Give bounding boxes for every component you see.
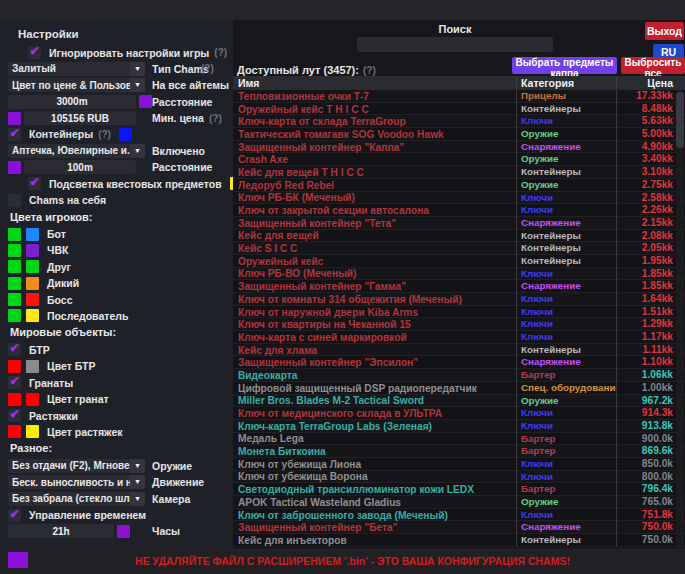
table-row[interactable]: Miller Bros. Blades M-2 Tactical SwordОр… xyxy=(233,395,685,408)
table-row[interactable]: Защищенный контейнер "Бета"Снаряжение750… xyxy=(233,521,685,534)
checkbox-checked[interactable]: ✔ xyxy=(8,128,21,141)
column-header-name[interactable]: Имя xyxy=(233,77,516,89)
checkbox-checked[interactable]: ✔ xyxy=(28,46,41,59)
table-row[interactable]: Ледоруб Red RebelОружие2.75kk xyxy=(233,179,685,192)
search-input[interactable] xyxy=(357,37,553,52)
table-row[interactable]: Защищенный контейнер "Тета"Снаряжение2.1… xyxy=(233,217,685,230)
table-row[interactable]: Тепловизионные очки Т-7Прицелы17.33kk xyxy=(233,90,685,103)
color-swatch-primary[interactable] xyxy=(8,293,21,306)
table-row[interactable]: Ключ РБ-ВО (Меченый)Ключи1.85kk xyxy=(233,268,685,281)
table-row[interactable]: Защищенный контейнер "Гамма"Снаряжение1.… xyxy=(233,280,685,293)
checkbox-checked[interactable]: ✔ xyxy=(8,343,21,356)
checkbox-checked[interactable]: ✔ xyxy=(8,376,21,389)
value-input[interactable]: 100m xyxy=(24,160,136,174)
table-row[interactable]: Оружейный кейс T H I C CКонтейнеры8.48kk xyxy=(233,103,685,116)
loot-category-cell: Контейнеры xyxy=(516,242,616,255)
table-row[interactable]: Crash AxeОружие3.40kk xyxy=(233,153,685,166)
color-swatch[interactable] xyxy=(8,161,21,174)
checkbox[interactable] xyxy=(8,194,21,207)
table-row[interactable]: Монета БиткоинаБартер869.6k xyxy=(233,445,685,458)
dropdown[interactable]: Без отдачи (F2), Мгновенное п▼ xyxy=(8,459,145,473)
settings-panel: Настройки ✔Игнорировать настройки игры(?… xyxy=(0,20,233,548)
table-row[interactable]: Ключ от наружной двери Kiba ArmsКлючи1.5… xyxy=(233,306,685,319)
color-swatch[interactable] xyxy=(139,95,152,108)
color-swatch-secondary[interactable] xyxy=(26,277,39,290)
table-scrollbar[interactable] xyxy=(676,90,684,548)
color-swatch-primary[interactable] xyxy=(8,260,21,273)
color-swatch-secondary[interactable] xyxy=(26,425,39,438)
color-swatch-primary[interactable] xyxy=(8,425,21,438)
dropdown[interactable]: Цвет по цене & Пользователь▼ xyxy=(8,78,145,92)
value-input[interactable]: 21h xyxy=(8,524,114,538)
table-row[interactable]: Ключ от медицинского склада в УЛЬТРАКлюч… xyxy=(233,407,685,420)
checkbox-checked[interactable]: ✔ xyxy=(28,177,41,190)
table-row[interactable]: Ключ от закрытой секции автосалонаКлючи2… xyxy=(233,204,685,217)
table-row[interactable]: Ключ от квартиры на Чеканной 15Ключи1.29… xyxy=(233,318,685,331)
table-row[interactable]: Тактический томагавк SOG Voodoo HawkОруж… xyxy=(233,128,685,141)
help-icon: (?) xyxy=(98,129,111,140)
value-input[interactable]: 105156 RUB xyxy=(24,111,136,125)
color-swatch-secondary[interactable] xyxy=(26,260,39,273)
table-row[interactable]: Медаль LegaБартер900.0k xyxy=(233,433,685,446)
column-header-category[interactable]: Категория xyxy=(516,77,616,89)
table-row[interactable]: Кейс для вещейКонтейнеры2.08kk xyxy=(233,230,685,243)
checkbox-checked[interactable]: ✔ xyxy=(8,509,21,522)
color-swatch-primary[interactable] xyxy=(8,244,21,257)
table-row[interactable]: Ключ от убежища ВоронаКлючи800.0k xyxy=(233,471,685,484)
color-swatch-primary[interactable] xyxy=(8,228,21,241)
table-row[interactable]: Ключ-карта от склада TerraGroupКлючи5.63… xyxy=(233,115,685,128)
discard-all-button[interactable]: Выбросить все xyxy=(621,57,685,74)
input-row: 100mРасстояние xyxy=(8,161,233,174)
dropdown-value: Без отдачи (F2), Мгновенное п xyxy=(8,460,130,471)
color-swatch-secondary[interactable] xyxy=(26,293,39,306)
color-swatch-primary[interactable] xyxy=(8,309,21,322)
table-row[interactable]: Кейс для хламаКонтейнеры1.11kk xyxy=(233,344,685,357)
loot-price-cell: 1.10kk xyxy=(616,356,685,369)
table-row[interactable]: Кейс S I C CКонтейнеры2.05kk xyxy=(233,242,685,255)
loot-price-cell: 3.10kk xyxy=(616,166,685,179)
loot-name-cell: Тепловизионные очки Т-7 xyxy=(233,91,516,102)
exit-button[interactable]: Выход xyxy=(645,22,684,40)
table-row[interactable]: Кейс для вещей T H I C CКонтейнеры3.10kk xyxy=(233,166,685,179)
color-swatch[interactable] xyxy=(8,112,21,125)
column-header-price[interactable]: Цена xyxy=(616,77,685,89)
dropdown[interactable]: Аптечка, Ювелирные и...▼ xyxy=(8,144,145,158)
color-swatch-secondary[interactable] xyxy=(26,360,39,373)
checkbox-checked[interactable]: ✔ xyxy=(8,409,21,422)
color-swatch-secondary[interactable] xyxy=(26,309,39,322)
table-row[interactable]: APOK Tactical Wasteland GladiusОружие765… xyxy=(233,496,685,509)
colors2-row: Цвет гранат xyxy=(8,393,233,406)
scrollbar-thumb[interactable] xyxy=(676,92,684,148)
table-row[interactable]: Ключ от убежища ЛионаКлючи850.0k xyxy=(233,458,685,471)
table-row[interactable]: Ключ от заброшенного завода (Меченый)Клю… xyxy=(233,509,685,522)
dropdown-value: Залитый xyxy=(8,63,130,74)
loot-category-cell: Снаряжение xyxy=(516,356,616,369)
color-swatch[interactable] xyxy=(117,525,130,538)
table-row[interactable]: Ключ от комнаты 314 общежития (Меченый)К… xyxy=(233,293,685,306)
table-row[interactable]: Защищенный контейнер "Каппа"Снаряжение4.… xyxy=(233,141,685,154)
select-kappa-items-button[interactable]: Выбрать предметы каппа xyxy=(512,57,617,74)
table-row[interactable]: Кейс для инъекторовКонтейнеры750.0k xyxy=(233,534,685,547)
value-input[interactable]: 3000m xyxy=(8,95,136,109)
color-swatch-secondary[interactable] xyxy=(26,228,39,241)
color-swatch-secondary[interactable] xyxy=(26,393,39,406)
table-row[interactable]: Цифровой защищенный DSP радиопередатчикС… xyxy=(233,382,685,395)
dropdown[interactable]: Без забрала (стекло шлема)▼ xyxy=(8,492,145,506)
table-row[interactable]: Защищенный контейнер "Эпсилон"Снаряжение… xyxy=(233,356,685,369)
dropdown[interactable]: Залитый▼ xyxy=(8,62,145,76)
table-row[interactable]: Оружейный кейсКонтейнеры1.95kk xyxy=(233,255,685,268)
table-row[interactable]: Ключ-карта TerraGroup Labs (Зеленая)Ключ… xyxy=(233,420,685,433)
footer-color-swatch[interactable] xyxy=(8,552,28,568)
table-row[interactable]: ВидеокартаБартер1.06kk xyxy=(233,369,685,382)
table-row[interactable]: Ключ-карта с синей маркировкойКлючи1.17k… xyxy=(233,331,685,344)
color-swatch-primary[interactable] xyxy=(8,277,21,290)
loot-price-cell: 800.0k xyxy=(616,471,685,484)
color-swatch-primary[interactable] xyxy=(8,393,21,406)
color-swatch[interactable] xyxy=(119,128,132,141)
table-row[interactable]: Светодиодный трансиллюминатор кожи LEDXБ… xyxy=(233,483,685,496)
loot-name-cell: Защищенный контейнер "Тета" xyxy=(233,218,516,229)
dropdown[interactable]: Беск. выносливость и нет уста▼ xyxy=(8,475,145,489)
table-row[interactable]: Ключ РБ-БК (Меченый)Ключи2.58kk xyxy=(233,192,685,205)
color-swatch-primary[interactable] xyxy=(8,360,21,373)
color-swatch-secondary[interactable] xyxy=(26,244,39,257)
